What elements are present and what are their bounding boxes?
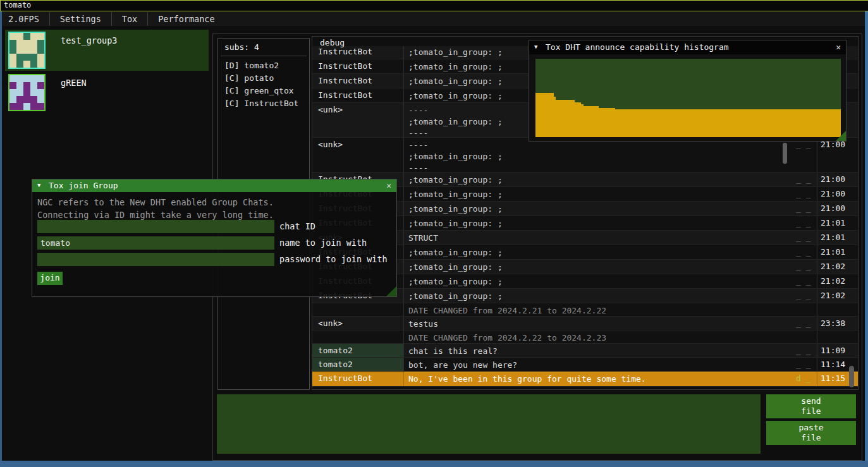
join-field-chat-id[interactable] xyxy=(37,220,274,233)
sender-name: <unk> xyxy=(312,103,403,137)
join-button[interactable]: join xyxy=(37,272,63,285)
sender-name: InstructBot xyxy=(312,59,403,73)
menu-item-performance[interactable]: Performance xyxy=(148,12,224,26)
message-flags: _ _ xyxy=(790,358,817,371)
send-file-button[interactable]: send file xyxy=(766,394,856,418)
dht-histogram-titlebar[interactable]: ▼ Tox DHT announce capability histogram … xyxy=(529,40,846,54)
message-text: ;tomato_in_group: ; xyxy=(403,173,790,186)
tab-debug[interactable]: debug xyxy=(320,38,345,47)
message-time xyxy=(817,331,850,343)
subs-member[interactable]: [C] InstructBot xyxy=(218,97,309,109)
join-field-label: name to join with xyxy=(279,236,367,250)
os-titlebar[interactable]: tomato xyxy=(0,0,868,11)
message-time: 11:14 xyxy=(817,358,850,371)
chat-row[interactable]: tomato2bot, are you new here?_ _11:14 xyxy=(312,358,858,372)
histogram-bin xyxy=(575,102,581,137)
dht-histogram-title: Tox DHT announce capability histogram xyxy=(546,40,729,54)
app-root: { "window_title": "tomato", "icons": { "… xyxy=(0,0,868,467)
resize-grip-icon[interactable] xyxy=(386,286,396,296)
message-time: 21:01 xyxy=(817,245,850,259)
menu-item-2-0fps: 2.0FPS xyxy=(2,12,49,26)
message-time: 11:15 xyxy=(817,372,850,386)
histogram-bin xyxy=(615,109,841,137)
close-icon[interactable]: ✕ xyxy=(386,179,391,191)
histogram-bin xyxy=(556,100,575,137)
message-time: 21:01 xyxy=(817,216,850,230)
composer-input[interactable] xyxy=(217,394,761,454)
message-text: bot, are you new here? xyxy=(403,358,790,371)
paste-file-button[interactable]: paste file xyxy=(766,421,856,445)
dht-histogram-plot xyxy=(535,59,841,137)
group-avatar xyxy=(8,32,46,69)
message-text: ;tomato_in_group: ; xyxy=(403,187,790,201)
collapse-icon[interactable]: ▼ xyxy=(534,40,537,54)
group-item-gREEN[interactable]: gREEN xyxy=(5,72,209,113)
message-flags: _ _ xyxy=(790,173,817,186)
resize-grip-icon[interactable] xyxy=(836,131,846,141)
join-field-name-to-join-with[interactable] xyxy=(37,236,274,250)
message-time: 21:02 xyxy=(817,274,850,288)
message-scrollbar[interactable] xyxy=(783,143,787,164)
chat-row[interactable]: InstructBotNo, I've been in this group f… xyxy=(312,372,858,387)
subs-header: subs: 4 xyxy=(218,39,309,52)
chat-scrollbar[interactable] xyxy=(849,366,854,387)
join-fields: chat IDname to join withpassword to join… xyxy=(37,220,388,269)
join-group-title: Tox join Group xyxy=(49,179,118,191)
message-flags: _ _ xyxy=(790,187,817,201)
sender-name: <unk> xyxy=(312,317,403,330)
join-field-row: name to join with xyxy=(37,236,388,250)
message-flags: d _ xyxy=(790,372,817,386)
message-text: ;tomato_in_group: ; xyxy=(403,245,790,259)
message-flags: _ _ xyxy=(790,274,817,288)
subs-separator xyxy=(221,56,307,56)
subs-member[interactable]: [C] green_qtox xyxy=(218,84,309,97)
message-flags: _ _ xyxy=(790,260,817,274)
sender-name xyxy=(312,331,403,343)
message-text: ;tomato_in_group: ; xyxy=(403,202,790,215)
message-time: 21:00 xyxy=(817,187,850,201)
menu-item-settings[interactable]: Settings xyxy=(50,12,111,26)
group-name: test_group3 xyxy=(61,35,117,71)
join-field-row: password to join with xyxy=(37,253,388,266)
message-time: 23:38 xyxy=(817,317,850,330)
group-avatar xyxy=(8,74,46,111)
message-text: ;tomato_in_group: ; xyxy=(403,260,790,274)
histogram-chart xyxy=(535,59,841,137)
message-time xyxy=(817,303,850,316)
paste-file-label-line1: paste xyxy=(766,423,856,433)
histogram-bin xyxy=(584,106,599,137)
send-file-label-line2: file xyxy=(766,406,856,416)
subs-list: [D] tomato2[C] potato[C] green_qtox[C] I… xyxy=(218,59,309,109)
chat-date-row[interactable]: DATE CHANGED from 2024.2.21 to 2024.2.22 xyxy=(312,303,858,317)
join-info-line-1: NGC refers to the New DHT enabled Group … xyxy=(37,196,396,209)
histogram-bin xyxy=(553,97,556,138)
histogram-bin xyxy=(580,104,584,137)
message-text: ;tomato_in_group: ; xyxy=(403,216,790,230)
menu-item-tox[interactable]: Tox xyxy=(112,12,147,26)
close-icon[interactable]: ✕ xyxy=(836,40,841,54)
sender-name: tomato2 xyxy=(312,358,403,371)
message-flags: _ _ xyxy=(790,138,817,172)
message-time: 21:00 xyxy=(817,173,850,186)
chat-row[interactable]: tomato2chat is this real?_ _11:09 xyxy=(312,344,858,358)
message-text: DATE CHANGED from 2024.2.21 to 2024.2.22 xyxy=(403,303,790,316)
message-flags: _ _ xyxy=(790,317,817,330)
collapse-icon[interactable]: ▼ xyxy=(37,179,40,191)
chat-row[interactable]: <unk>----;tomato_in_group: ;----_ _21:00 xyxy=(312,138,858,173)
sender-name: InstructBot xyxy=(312,88,403,102)
window-edge-bottom xyxy=(0,461,868,467)
join-group-window: ▼ Tox join Group ✕ NGC refers to the New… xyxy=(32,179,397,297)
sender-name xyxy=(312,303,403,316)
group-item-test_group3[interactable]: test_group3 xyxy=(5,30,209,71)
message-flags: _ _ xyxy=(790,216,817,230)
message-time: 21:00 xyxy=(817,138,850,172)
chat-row[interactable]: <unk>testus_ _23:38 xyxy=(312,317,858,331)
subs-member[interactable]: [C] potato xyxy=(218,71,309,84)
subs-member[interactable]: [D] tomato2 xyxy=(218,59,309,71)
window-edge-right xyxy=(865,11,868,461)
sender-name: InstructBot xyxy=(312,372,403,386)
join-group-titlebar[interactable]: ▼ Tox join Group ✕ xyxy=(32,179,396,192)
chat-date-row[interactable]: DATE CHANGED from 2024.2.22 to 2024.2.23 xyxy=(312,331,858,344)
join-field-password-to-join-with[interactable] xyxy=(37,253,274,266)
message-text: ;tomato_in_group: ; xyxy=(403,289,790,303)
